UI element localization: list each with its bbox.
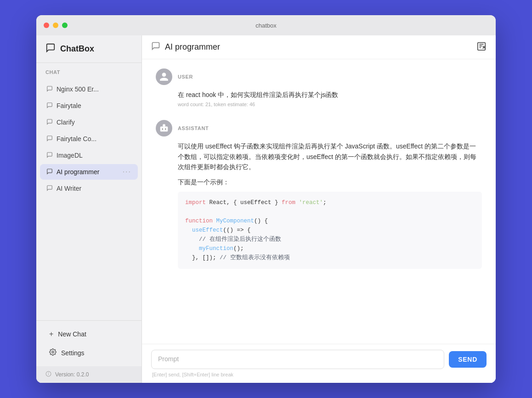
section-label: CHAT	[36, 63, 141, 79]
svg-point-11	[162, 129, 163, 130]
close-button[interactable]	[44, 23, 49, 28]
info-icon	[45, 371, 51, 378]
user-avatar	[156, 68, 172, 85]
chat-label: Clarify	[57, 119, 123, 126]
chat-label: Fairytale Co...	[57, 135, 123, 142]
chat-label: AI Writer	[57, 185, 123, 192]
assistant-message-content: 可以使用 useEffect 钩子函数来实现组件渲染后再执行某个 JavaScr…	[156, 141, 482, 269]
new-chat-label: New Chat	[58, 330, 86, 338]
message-header: USER	[156, 68, 482, 85]
chat-label: Nginx 500 Er...	[57, 85, 123, 93]
app-body: ChatBox CHAT Nginx 500 Er... ··· Fairyta…	[36, 35, 496, 383]
sidebar-bottom: + New Chat Settings	[36, 320, 141, 366]
code-block: import React, { useEffect } from 'react'…	[178, 192, 482, 269]
gear-icon	[49, 348, 57, 357]
maximize-button[interactable]	[62, 23, 68, 28]
message-user: USER 在 react hook 中，如何实现组件渲染后再执行某个js函数 w…	[156, 68, 482, 107]
app-window: chatbox ChatBox CHAT Nginx 500 Er...	[36, 15, 496, 383]
settings-button[interactable]: Settings	[40, 344, 138, 362]
chat-label: AI programmer	[57, 168, 123, 176]
chat-icon	[46, 119, 53, 126]
sidebar: ChatBox CHAT Nginx 500 Er... ··· Fairyta…	[36, 35, 142, 383]
new-chat-button[interactable]: + New Chat	[40, 325, 138, 343]
input-hint: [Enter] send, [Shift+Enter] line break	[151, 372, 487, 377]
user-message-meta: word count: 21, token estimate: 46	[156, 102, 482, 107]
input-area: SEND [Enter] send, [Shift+Enter] line br…	[142, 344, 496, 383]
sidebar-header: ChatBox	[36, 35, 141, 63]
window-title: chatbox	[255, 22, 277, 29]
chat-icon	[46, 135, 53, 143]
svg-point-0	[52, 351, 54, 353]
chat-item-ai-programmer[interactable]: AI programmer ···	[40, 164, 138, 180]
chat-item-clarify[interactable]: Clarify ···	[40, 114, 138, 130]
version-label: Version: 0.2.0	[55, 371, 89, 378]
chat-icon	[46, 152, 53, 159]
chat-label: ImageDL	[57, 152, 123, 159]
chat-icon	[46, 85, 53, 93]
send-button[interactable]: SEND	[449, 351, 487, 368]
chat-icon	[46, 185, 53, 193]
svg-rect-10	[160, 127, 168, 132]
clear-button[interactable]	[476, 41, 487, 53]
chat-item-fairytale[interactable]: Fairytale ···	[40, 98, 138, 114]
chat-icon	[46, 102, 53, 110]
chat-item-nginx[interactable]: Nginx 500 Er... ···	[40, 81, 138, 97]
assistant-role-label: ASSISTANT	[178, 125, 209, 131]
settings-label: Settings	[61, 349, 85, 357]
message-header: ASSISTANT	[156, 120, 482, 136]
main-area: AI programmer	[142, 35, 496, 383]
chat-item-fairytale-co[interactable]: Fairytale Co... ···	[40, 131, 138, 147]
app-icon	[45, 43, 56, 55]
minimize-button[interactable]	[53, 23, 58, 28]
titlebar: chatbox	[36, 15, 496, 35]
input-row: SEND	[151, 350, 487, 369]
message-assistant: ASSISTANT 可以使用 useEffect 钩子函数来实现组件渲染后再执行…	[156, 120, 482, 269]
conversation-title: AI programmer	[165, 42, 220, 52]
chat-item-ai-writer[interactable]: AI Writer ···	[40, 181, 138, 196]
chat-list: Nginx 500 Er... ··· Fairytale ··· Clarif…	[36, 79, 141, 320]
plus-icon: +	[49, 330, 53, 338]
prompt-input[interactable]	[151, 350, 444, 369]
chat-dots[interactable]: ···	[123, 168, 131, 176]
svg-point-12	[165, 129, 166, 130]
chat-icon	[46, 168, 53, 176]
traffic-lights	[44, 23, 68, 28]
user-message-content: 在 react hook 中，如何实现组件渲染后再执行某个js函数	[156, 90, 482, 100]
svg-rect-13	[164, 124, 164, 125]
chat-label: Fairytale	[57, 102, 123, 109]
version-bar: Version: 0.2.0	[36, 366, 141, 383]
user-role-label: USER	[178, 74, 193, 80]
header-left: AI programmer	[151, 41, 220, 53]
app-title: ChatBox	[60, 44, 94, 54]
chat-item-imagedl[interactable]: ImageDL ···	[40, 148, 138, 163]
chat-header-icon	[151, 41, 160, 53]
main-header: AI programmer	[142, 35, 496, 59]
messages-area: USER 在 react hook 中，如何实现组件渲染后再执行某个js函数 w…	[142, 59, 496, 344]
assistant-avatar	[156, 120, 172, 136]
